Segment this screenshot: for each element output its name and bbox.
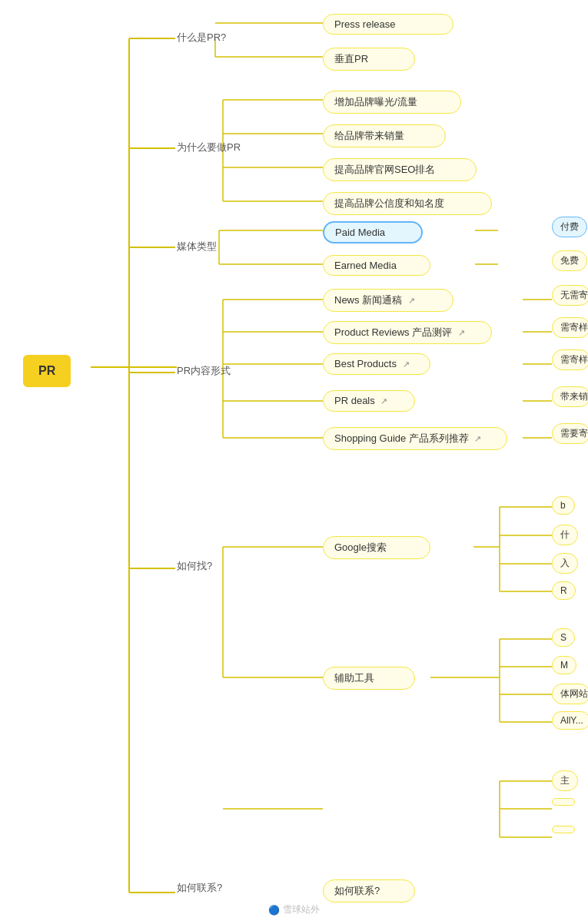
l2-google-search: Google搜索 — [323, 536, 430, 559]
l2-best-products: Best Products ↗ — [323, 353, 430, 375]
l3-t3: 体网站 — [552, 684, 588, 704]
l3-need-sample-1: 需寄样... — [552, 317, 588, 338]
l1-media-type: 媒体类型 — [177, 240, 217, 253]
l2-paid-media: Paid Media — [323, 221, 423, 243]
l3-g2: 什 — [552, 525, 578, 545]
external-link-icon-news: ↗ — [408, 296, 419, 306]
watermark-icon: 🔵 — [268, 905, 280, 916]
external-link-icon-reviews: ↗ — [458, 328, 469, 339]
connector-lines — [0, 0, 588, 924]
external-link-icon-shopping: ↗ — [474, 434, 485, 445]
l3-g3: 入 — [552, 553, 578, 574]
l2-earned-media: Earned Media — [323, 255, 430, 276]
l3-t4: AllY... — [552, 711, 588, 730]
l3-free: 免费 — [552, 250, 587, 271]
l3-c3 — [552, 826, 575, 833]
l1-how-contact: 如何联系? — [177, 881, 222, 895]
watermark: 🔵 雪球站外 — [268, 903, 320, 916]
l3-g1: b — [552, 496, 575, 515]
l3-need-attribute: 需要寄...属性相 — [552, 423, 588, 444]
l3-no-sample: 无需寄... — [552, 285, 588, 306]
l1-how-find: 如何找? — [177, 559, 212, 573]
l1-pr-content: PR内容形式 — [177, 364, 231, 378]
root-label: PR — [38, 364, 55, 377]
l2-press-release: Press release — [323, 14, 453, 35]
l3-c1: 主 — [552, 770, 578, 791]
root-node: PR — [23, 355, 71, 387]
l3-need-sample-2: 需寄样...获得, — [552, 349, 588, 370]
l1-what-is-pr: 什么是PR? — [177, 31, 226, 45]
l2-credibility: 提高品牌公信度和知名度 — [323, 192, 492, 215]
l2-shopping-guide: Shopping Guide 产品系列推荐 ↗ — [323, 427, 507, 450]
l3-sales: 带来销...自身的 — [552, 386, 588, 407]
l3-c2 — [552, 798, 575, 806]
l3-t2: M — [552, 656, 576, 674]
l2-product-reviews: Product Reviews 产品测评 ↗ — [323, 321, 492, 344]
watermark-label: 雪球站外 — [283, 903, 320, 916]
l2-pr-deals: PR deals ↗ — [323, 390, 415, 412]
l2-seo: 提高品牌官网SEO排名 — [323, 158, 477, 181]
external-link-icon-deals: ↗ — [380, 396, 391, 407]
l2-brand-exposure: 增加品牌曝光/流量 — [323, 91, 461, 114]
l2-vertical-pr: 垂直PR — [323, 48, 415, 71]
l3-t1: S — [552, 628, 575, 647]
l3-paid: 付费 — [552, 217, 587, 237]
l2-brand-sales: 给品牌带来销量 — [323, 124, 446, 147]
l2-contact: 如何联系? — [323, 879, 415, 902]
l1-why-pr: 为什么要做PR — [177, 141, 241, 154]
external-link-icon-best: ↗ — [403, 359, 414, 370]
l2-tools: 辅助工具 — [323, 667, 415, 690]
l3-g4: R — [552, 581, 576, 600]
mindmap-container: PR 什么是PR? 为什么要做PR 媒体类型 PR内容形式 如何找? 如何联系?… — [0, 0, 588, 924]
l2-news: News 新闻通稿 ↗ — [323, 289, 453, 312]
